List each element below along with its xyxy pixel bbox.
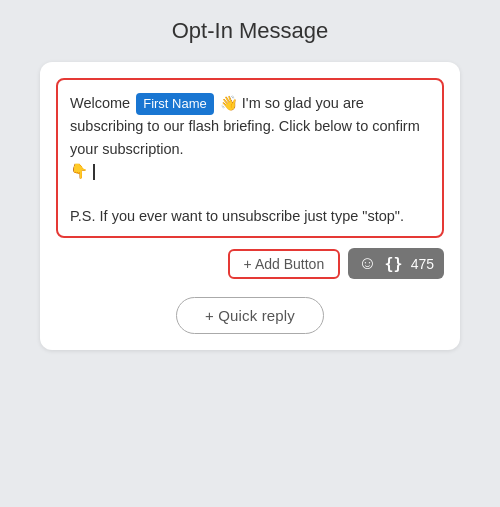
first-name-badge: First Name (136, 93, 214, 115)
text-cursor (93, 164, 95, 180)
page-title: Opt-In Message (172, 18, 329, 44)
message-text: Welcome First Name 👋 I'm so glad you are… (70, 92, 430, 228)
point-emoji: 👇 (70, 163, 88, 179)
emoji-icon[interactable]: ☺ (358, 253, 376, 274)
message-box[interactable]: Welcome First Name 👋 I'm so glad you are… (56, 78, 444, 238)
card: Welcome First Name 👋 I'm so glad you are… (40, 62, 460, 350)
char-count: 475 (411, 256, 434, 272)
quick-reply-section: + Quick reply (56, 297, 444, 334)
welcome-text: Welcome (70, 95, 130, 111)
message-footer: + Add Button ☺ {} 475 (56, 248, 444, 279)
wave-emoji: 👋 (220, 95, 238, 111)
toolbar: ☺ {} 475 (348, 248, 444, 279)
quick-reply-button[interactable]: + Quick reply (176, 297, 324, 334)
ps-line: P.S. If you ever want to unsubscribe jus… (70, 208, 404, 224)
add-button[interactable]: + Add Button (228, 249, 341, 279)
code-icon[interactable]: {} (385, 255, 403, 273)
